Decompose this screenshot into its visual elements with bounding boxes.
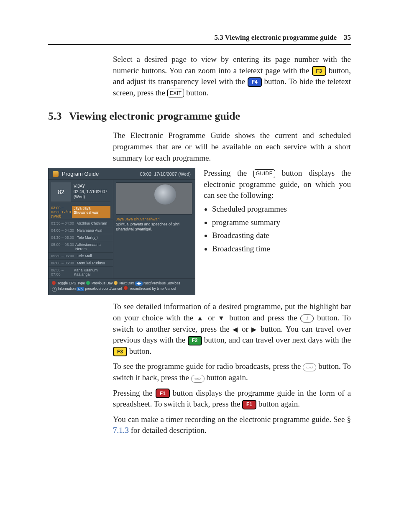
channel-time: 02:49, 17/10/2007 (Wed)	[74, 189, 108, 200]
epg-legend: Toggle EPG Type Previous Day Next Day ◀▶…	[49, 278, 195, 295]
channel-number: 82	[51, 182, 71, 202]
programme-name: Mettukal Pudusu	[77, 261, 105, 265]
exit-key-icon: EXIT	[167, 89, 184, 97]
programme-row: 05:00 – 05:30Adhirstamaana Neram	[49, 241, 113, 253]
video-preview	[116, 182, 192, 215]
f1-key-icon: F1	[156, 389, 170, 398]
programme-name: Tele Mall	[77, 254, 92, 258]
section-heading: 5.3 Viewing electronic programme guide	[48, 110, 351, 123]
left-arrow-icon: ◀	[233, 326, 239, 333]
epg-title: Program Guide	[62, 171, 99, 177]
epg-intro: The Electronic Programme Guide shows the…	[113, 130, 351, 164]
bullet-item: programme summary	[212, 217, 351, 228]
record-dot-icon	[123, 286, 128, 290]
running-header: 5.3 Viewing electronic programme guide 3…	[48, 33, 351, 42]
epg-clock: 03:02, 17/10/2007 (Wed)	[140, 171, 191, 176]
programme-time: 05:00 – 05:30	[51, 243, 75, 251]
programme-name: Jaya Jaya Bhuvaneshwari	[72, 206, 110, 218]
programme-row: 03:30 – 04:00Vazhkai Chithiram	[49, 220, 113, 227]
programme-row: 06:30 – 07:00Kana Kaanum Kaalangal	[49, 267, 113, 278]
red-dot-icon	[52, 281, 56, 285]
programme-row: 06:00 – 06:30Mettukal Pudusu	[49, 260, 113, 267]
programme-time: 06:30 – 07:00	[51, 268, 74, 276]
document-page: 5.3 Viewing electronic programme guide 3…	[0, 0, 399, 532]
section-title: Viewing electronic programme guide	[69, 110, 240, 123]
programme-row: 03:00 – 03:30 17/10 (Wed)Jaya Jaya Bhuva…	[49, 205, 113, 220]
f2-key-icon: F2	[188, 336, 202, 345]
f3-key-icon: F3	[312, 66, 326, 76]
intro-paragraph: Select a desired page to view by enterin…	[113, 54, 351, 98]
epg-screenshot: Program Guide 03:02, 17/10/2007 (Wed) 82…	[48, 168, 195, 295]
info-key-icon: i	[300, 315, 314, 322]
bullet-item: Broadcasting date	[212, 230, 351, 241]
guide-key-icon: GUIDE	[253, 169, 276, 178]
programme-name: Vazhkai Chithiram	[77, 221, 107, 225]
header-rule	[48, 44, 351, 45]
programme-time: 06:00 – 06:30	[51, 261, 77, 265]
up-arrow-icon: ▲	[197, 315, 205, 322]
programme-row: 04:00 – 04:30Nalamaria Aval	[49, 227, 113, 234]
section-number: 5.3	[48, 110, 69, 123]
f4-key-icon: F4	[248, 77, 262, 87]
programme-time: 03:00 – 03:30 17/10 (Wed)	[51, 206, 72, 218]
f1-key-icon: F1	[242, 400, 256, 409]
header-section: 5.3 Viewing electronic programme guide	[214, 33, 337, 41]
channel-name: VIJAY	[74, 184, 108, 189]
programme-name: Nalamaria Aval	[77, 228, 102, 233]
programme-row: 04:30 – 05:00Tele Mart(vj)	[49, 234, 113, 241]
programme-time: 04:00 – 04:30	[51, 228, 77, 233]
channel-box: 82 VIJAY 02:49, 17/10/2007 (Wed)	[51, 182, 110, 202]
page-number: 35	[344, 33, 351, 41]
tv-radio-key-icon: ▭/♪	[191, 375, 205, 383]
green-dot-icon	[86, 281, 90, 285]
epg-bullet-list: Scheduled programmesprogramme summaryBro…	[204, 204, 351, 254]
lr-pill-icon: ◀▶	[135, 281, 143, 286]
programme-name: Kana Kaanum Kaalangal	[74, 268, 110, 276]
epg-description: Pressing the GUIDE button displays the e…	[204, 168, 351, 295]
body-paragraphs: To see detailed information of a desired…	[113, 301, 351, 436]
programme-summary: Jaya Jaya Bhuvaneshwari Spiritual prayer…	[116, 217, 192, 232]
programme-time: 03:30 – 04:00	[51, 221, 77, 225]
bullet-item: Broadcasting time	[212, 243, 351, 255]
programme-row: 05:30 – 06:00Tele Mall	[49, 253, 113, 260]
yellow-dot-icon	[114, 281, 118, 285]
programme-name: Adhirstamaana Neram	[75, 243, 110, 251]
right-arrow-icon: ▶	[251, 326, 258, 333]
programme-time: 04:30 – 05:00	[51, 235, 77, 240]
programme-time: 05:30 – 06:00	[51, 254, 77, 258]
programme-name: Tele Mart(vj)	[77, 235, 98, 240]
info-icon: i	[52, 287, 57, 292]
ok-pill-icon: OK	[77, 287, 84, 291]
program-guide-icon	[53, 171, 59, 177]
down-arrow-icon: ▼	[218, 315, 226, 322]
section-ref-link[interactable]: 7.1.3	[113, 426, 129, 435]
tv-radio-key-icon: ▭/♪	[303, 363, 316, 371]
f3-key-icon: F3	[113, 347, 127, 356]
bullet-item: Scheduled programmes	[212, 204, 351, 215]
